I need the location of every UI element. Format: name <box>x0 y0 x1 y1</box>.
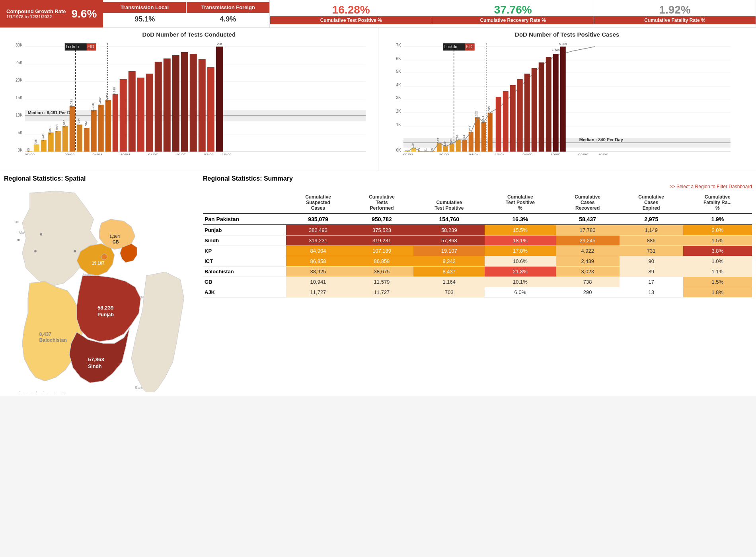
col-positive: CumulativeTest Positive <box>413 192 485 214</box>
svg-text:58,239: 58,239 <box>97 305 113 311</box>
cell: 18.1% <box>485 236 556 246</box>
cell: 9,242 <box>413 256 485 267</box>
chart1-svg-wrap: 30K 25K 20K 15K 10K 5K 0K Median : <box>3 39 375 155</box>
svg-text:5K: 5K <box>396 69 401 74</box>
svg-rect-131 <box>538 62 544 152</box>
svg-text:5,839: 5,839 <box>559 42 567 46</box>
header-stats: 16.28% Cumulative Test Positive % 37.76%… <box>270 0 756 27</box>
table-section: Regional Statistics: Summary >> Select a… <box>195 171 756 396</box>
trans-local-value: 95.1% <box>103 13 186 26</box>
svg-text:60: 60 <box>27 148 30 152</box>
table-row: GB 10,941 11,579 1,164 10.1% 738 17 1.5% <box>203 277 752 287</box>
svg-rect-33 <box>62 126 68 152</box>
stat2-label: Cumulative Recovery Rate % <box>432 16 594 24</box>
cell: 1.1% <box>683 267 752 277</box>
svg-marker-167 <box>131 272 184 392</box>
svg-text:20/03: 20/03 <box>439 153 449 155</box>
table-row: ICT 86,858 86,858 9,242 10.6% 2,439 90 1… <box>203 256 752 267</box>
svg-rect-123 <box>487 113 492 152</box>
trans-foreign-label: Transmission Foreign <box>187 2 269 13</box>
svg-rect-107 <box>436 143 441 152</box>
svg-rect-40 <box>84 128 90 152</box>
svg-text:2,603: 2,603 <box>487 106 491 114</box>
cell: 731 <box>620 246 683 256</box>
col-tests: CumulativeTestsPerformed <box>350 192 413 214</box>
svg-text:11,728: 11,728 <box>91 103 95 113</box>
svg-text:Lockdo: Lockdo <box>444 45 457 49</box>
cell: 84,904 <box>286 246 350 256</box>
svg-text:20K: 20K <box>16 78 23 82</box>
svg-text:7,584: 7,584 <box>77 118 80 126</box>
cell: 57,868 <box>413 236 485 246</box>
svg-text:134: 134 <box>411 142 414 148</box>
cell: 8,437 <box>413 267 485 277</box>
svg-text:18/06: 18/06 <box>222 153 232 155</box>
cell: 2.0% <box>683 225 752 236</box>
svg-rect-56 <box>172 55 179 152</box>
svg-text:EID: EID <box>88 45 94 49</box>
table-row: AJK 11,727 11,727 703 6.0% 290 13 1.8% <box>203 287 752 298</box>
trans-local-label: Transmission Local <box>103 2 186 13</box>
svg-text:nd: nd <box>474 45 479 49</box>
cell: 89 <box>620 267 683 277</box>
svg-text:nd: nd <box>96 45 101 49</box>
svg-text:19,107: 19,107 <box>92 261 105 265</box>
svg-rect-44 <box>98 105 104 152</box>
cell: 58,239 <box>413 225 485 236</box>
region-label: Sindh <box>203 236 286 246</box>
cell: 10.6% <box>485 256 556 267</box>
svg-text:Balochistan: Balochistan <box>39 337 67 343</box>
cell: 2,439 <box>556 256 620 267</box>
cell: 38,675 <box>350 267 413 277</box>
svg-rect-126 <box>503 91 508 152</box>
cell: 319,231 <box>350 236 413 246</box>
pan-pakistan-positive: 154,760 <box>413 214 485 225</box>
cell: 1.5% <box>683 277 752 287</box>
cell: 1.5% <box>683 236 752 246</box>
cell: 11,579 <box>350 277 413 287</box>
svg-text:04/04: 04/04 <box>469 153 479 155</box>
svg-text:1,934: 1,934 <box>481 115 484 124</box>
cell: 38,925 <box>286 267 350 277</box>
pan-pakistan-expired: 2,975 <box>620 214 683 225</box>
svg-text:Sindh: Sindh <box>88 364 101 369</box>
table-row: KP 84,904 107,189 19,107 17.8% 4,922 731… <box>203 246 752 256</box>
svg-rect-132 <box>546 57 551 152</box>
svg-text:13,492: 13,492 <box>98 97 102 107</box>
stat3-value: 1.92% <box>659 4 690 16</box>
svg-rect-50 <box>120 79 127 152</box>
svg-text:Lockdo: Lockdo <box>66 45 79 49</box>
map-section: Regional Statistics: Spatial Mary ad May… <box>0 171 195 396</box>
col-suspected: CumulativeSuspectedCases <box>286 192 350 214</box>
stat-block-1: 16.28% Cumulative Test Positive % <box>270 0 432 27</box>
trans-foreign-value: 4.9% <box>186 13 269 26</box>
svg-text:©2020 Mapbox © OpenStreetMap: ©2020 Mapbox © OpenStreetMap <box>18 391 70 392</box>
svg-text:3,308: 3,308 <box>55 124 59 132</box>
bottom-section: Regional Statistics: Spatial Mary ad May… <box>0 171 756 396</box>
svg-text:4K: 4K <box>396 83 401 87</box>
svg-rect-133 <box>553 54 558 152</box>
regional-stats-table: CumulativeSuspectedCases CumulativeTests… <box>203 192 752 298</box>
svg-text:1K: 1K <box>396 123 401 127</box>
svg-text:1,297: 1,297 <box>468 125 472 134</box>
svg-text:5K: 5K <box>18 130 23 135</box>
stat2-value: 37.76% <box>494 4 532 16</box>
charts-row: DoD Number of Tests Conducted 30K 25K 20… <box>0 28 756 171</box>
svg-rect-48 <box>113 94 118 152</box>
svg-rect-113 <box>456 140 460 152</box>
cell: 13 <box>620 287 683 298</box>
svg-text:03/06: 03/06 <box>204 153 214 155</box>
svg-text:520: 520 <box>449 138 452 144</box>
filter-hint: >> Select a Region to Filter Dashboard <box>203 184 752 189</box>
stat3-label: Cumulative Fatality Rate % <box>594 16 756 24</box>
svg-rect-121 <box>481 122 486 152</box>
svg-rect-125 <box>495 97 501 152</box>
svg-rect-61 <box>216 47 223 152</box>
svg-rect-57 <box>181 52 188 152</box>
cell: 375,523 <box>350 225 413 236</box>
map-container: Mary ad Maymana Sheberghan Herat Kabul A… <box>4 185 191 392</box>
chart1-title: DoD Number of Tests Conducted <box>3 31 375 38</box>
svg-text:0K: 0K <box>18 148 23 152</box>
cell: 90 <box>620 256 683 267</box>
stat-block-3: 1.92% Cumulative Fatality Rate % <box>594 0 756 27</box>
